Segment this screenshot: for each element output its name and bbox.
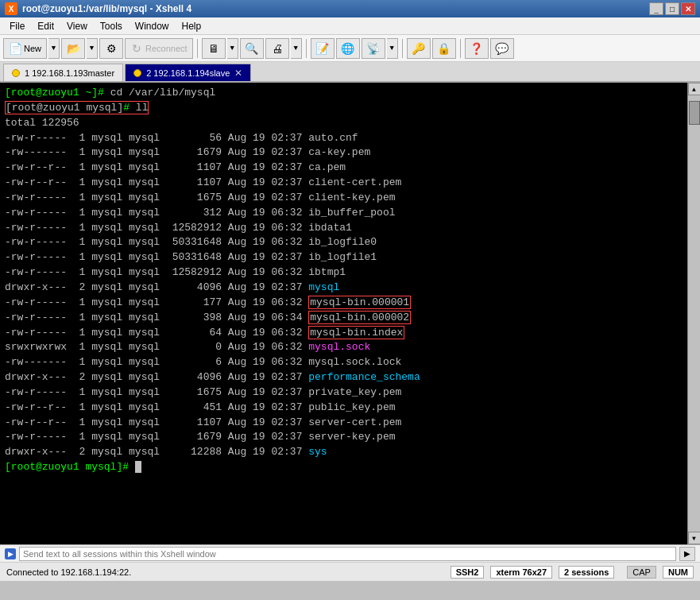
send-bar: ▶ ▶ [0,544,700,562]
terminal-line-2: [root@zuoyu1 mysql]# ll [5,101,683,116]
reconnect-button[interactable]: ↻ Reconnect [125,38,193,59]
terminal-line-18: srwxrwxrwx 1 mysql mysql 0 Aug 19 06:32 … [5,340,683,355]
tab-dot-1 [12,69,20,77]
tab-1[interactable]: 1 192.168.1.193master [3,64,123,81]
help-button[interactable]: ❓ [465,38,489,59]
terminal-line-24: -rw-r----- 1 mysql mysql 1679 Aug 19 02:… [5,430,683,445]
menu-help[interactable]: Help [176,19,208,33]
terminal-line-8: -rw-r----- 1 mysql mysql 1675 Aug 19 02:… [5,191,683,206]
terminal-line-22: -rw-r--r-- 1 mysql mysql 451 Aug 19 02:3… [5,401,683,416]
lock-icon: 🔒 [438,42,451,55]
minimize-button[interactable]: _ [649,2,663,15]
connection-status: Connected to 192.168.1.194:22. [6,567,131,577]
sessions-badge: 2 sessions [559,566,614,579]
menu-view[interactable]: View [60,19,94,33]
menu-file[interactable]: File [3,19,31,33]
terminal-line-19: -rw------- 1 mysql mysql 6 Aug 19 06:32 … [5,355,683,370]
tab-2[interactable]: 2 192.168.1.194slave ✕ [125,64,251,81]
send-button[interactable]: ▶ [679,547,695,561]
menu-window[interactable]: Window [129,19,176,33]
sftp-button[interactable]: 📡 [362,38,385,59]
terminal-line-6: -rw-r--r-- 1 mysql mysql 1107 Aug 19 02:… [5,161,683,176]
terminal-line-5: -rw------- 1 mysql mysql 1679 Aug 19 02:… [5,145,683,161]
bottom-bar: Connected to 192.168.1.194:22. SSH2 xter… [0,562,700,581]
transfer-icon: 🌐 [342,42,354,55]
tab-label-2: 2 192.168.1.194slave [146,68,230,78]
app-icon: X [5,2,17,15]
print-dropdown[interactable]: ▼ [291,38,302,59]
terminal-line-26: [root@zuoyu1 mysql]# [5,460,683,475]
sep4 [460,39,461,58]
menu-edit[interactable]: Edit [31,19,60,33]
transfer-button[interactable]: 🌐 [336,38,360,59]
sftp-icon: 📡 [367,42,380,55]
new-button[interactable]: 📄 New [3,38,47,59]
num-badge: NUM [663,566,694,579]
menu-tools[interactable]: Tools [94,19,129,33]
terminal-line-3: total 122956 [5,116,683,131]
terminal-line-1: [root@zuoyu1 ~]# cd /var/lib/mysql [5,86,683,101]
scroll-down-button[interactable]: ▼ [688,532,701,544]
open-button[interactable]: 📂 [61,38,85,59]
lock-button[interactable]: 🔒 [432,38,456,59]
sftp-dropdown[interactable]: ▼ [387,38,398,59]
close-button[interactable]: ✕ [681,2,695,15]
send-icon: ▶ [5,548,16,559]
session-manager-button[interactable]: 🖥 [202,38,226,59]
xterm-badge: xterm 76x27 [490,566,552,579]
print-icon: 🖨 [271,42,284,55]
toolbar: 📄 New ▼ 📂 ▼ ⚙ ↻ Reconnect 🖥 ▼ 🔍 🖨 ▼ 📝 🌐 … [0,35,700,62]
window-title: root@zuoyu1:/var/lib/mysql - Xshell 4 [22,3,191,14]
open-dropdown[interactable]: ▼ [87,38,98,59]
cap-badge: CAP [627,566,656,579]
terminal-line-20: drwxr-x--- 2 mysql mysql 4096 Aug 19 02:… [5,370,683,385]
terminal-line-17: -rw-r----- 1 mysql mysql 64 Aug 19 06:32… [5,326,683,341]
tab-dot-2 [133,69,141,77]
scroll-thumb[interactable] [689,101,700,125]
terminal-line-25: drwxr-x--- 2 mysql mysql 12288 Aug 19 02… [5,445,683,460]
terminal-line-16: -rw-r----- 1 mysql mysql 398 Aug 19 06:3… [5,311,683,326]
chat-icon: 💬 [496,42,509,55]
terminal-line-13: -rw-r----- 1 mysql mysql 12582912 Aug 19… [5,265,683,281]
scroll-up-button[interactable]: ▲ [688,83,701,95]
menu-bar: File Edit View Tools Window Help [0,17,700,35]
sep1 [197,39,198,58]
terminal-line-12: -rw-r----- 1 mysql mysql 50331648 Aug 19… [5,250,683,265]
title-bar: X root@zuoyu1:/var/lib/mysql - Xshell 4 … [0,0,700,17]
folder-icon: 📂 [67,42,79,55]
terminal-line-11: -rw-r----- 1 mysql mysql 50331648 Aug 19… [5,235,683,250]
properties-button[interactable]: ⚙ [99,38,123,59]
terminal-line-7: -rw-r--r-- 1 mysql mysql 1107 Aug 19 02:… [5,176,683,191]
session-dropdown[interactable]: ▼ [227,38,238,59]
find-icon: 🔍 [246,42,258,55]
find-button[interactable]: 🔍 [240,38,264,59]
chat-button[interactable]: 💬 [490,38,514,59]
tab-label-1: 1 192.168.1.193master [25,68,114,78]
tab-bar: 1 192.168.1.193master 2 192.168.1.194sla… [0,62,700,83]
scroll-track[interactable] [689,97,700,530]
terminal-line-9: -rw-r----- 1 mysql mysql 312 Aug 19 06:3… [5,206,683,221]
print-button[interactable]: 🖨 [265,38,289,59]
scrollbar[interactable]: ▲ ▼ [687,83,700,544]
terminal-line-14: drwxr-x--- 2 mysql mysql 4096 Aug 19 02:… [5,281,683,296]
sep3 [402,39,403,58]
new-icon: 📄 [9,42,21,55]
key-icon: 🔑 [412,42,425,55]
sep2 [306,39,307,58]
terminal-line-21: -rw-r----- 1 mysql mysql 1675 Aug 19 02:… [5,385,683,401]
new-dropdown[interactable]: ▼ [48,38,60,59]
properties-icon: ⚙ [105,42,118,55]
send-input[interactable] [19,547,676,561]
main-area: [root@zuoyu1 ~]# cd /var/lib/mysql [root… [0,83,700,544]
ssh2-badge: SSH2 [451,566,485,579]
terminal-line-23: -rw-r--r-- 1 mysql mysql 1107 Aug 19 02:… [5,416,683,431]
key-button[interactable]: 🔑 [407,38,431,59]
compose-icon: 📝 [316,42,329,55]
terminal[interactable]: [root@zuoyu1 ~]# cd /var/lib/mysql [root… [0,83,687,544]
session-icon: 🖥 [207,42,220,55]
tab-close-icon[interactable]: ✕ [234,68,242,79]
help-icon: ❓ [470,42,483,55]
compose-button[interactable]: 📝 [311,38,335,59]
maximize-button[interactable]: □ [665,2,679,15]
terminal-line-15: -rw-r----- 1 mysql mysql 177 Aug 19 06:3… [5,296,683,311]
